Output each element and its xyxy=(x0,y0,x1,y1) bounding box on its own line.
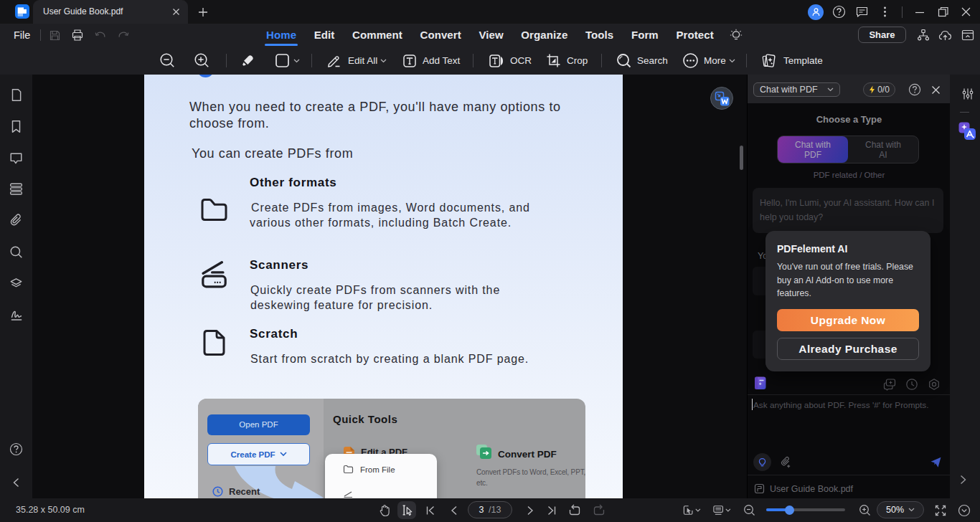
zoom-slider-track[interactable] xyxy=(766,508,845,511)
doc-paragraph-1: When you need to create a PDF, you'll ha… xyxy=(189,99,577,131)
tab-form[interactable]: Form xyxy=(631,24,659,47)
zoom-level-dropdown[interactable]: 50% xyxy=(877,501,924,518)
fullscreen-icon[interactable] xyxy=(933,503,947,517)
rotate-right-icon[interactable] xyxy=(592,503,606,517)
ocr-tool[interactable]: OCR xyxy=(488,47,532,75)
crop-tool[interactable]: Crop xyxy=(545,47,588,75)
last-page-icon[interactable] xyxy=(545,503,558,517)
page-number-box[interactable]: 3 /13 xyxy=(468,501,512,518)
page-view-mode-icon[interactable] xyxy=(712,503,731,517)
tab-protect[interactable]: Protect xyxy=(676,24,713,47)
ai-notebook-icon[interactable] xyxy=(753,375,768,390)
zoom-out-icon[interactable] xyxy=(743,503,756,517)
account-avatar[interactable] xyxy=(808,4,824,20)
titlebar-controls xyxy=(808,0,980,24)
signature-panel-icon[interactable] xyxy=(9,308,24,323)
comments-panel-icon[interactable] xyxy=(9,151,24,166)
highlight-tool[interactable] xyxy=(239,47,256,75)
tab-edit[interactable]: Edit xyxy=(314,24,335,47)
document-tab[interactable]: User Guide Book.pdf xyxy=(33,0,188,24)
selection-mode-icon[interactable] xyxy=(682,503,701,517)
doc-paragraph-2: You can create PDFs from xyxy=(192,146,353,162)
search-tool[interactable]: Search xyxy=(616,47,668,75)
help-icon[interactable] xyxy=(827,0,850,24)
zoom-in-icon[interactable] xyxy=(858,503,872,517)
translate-panel-icon[interactable] xyxy=(957,122,976,141)
more-view-options-icon[interactable] xyxy=(957,503,971,517)
convert-to-word-float-button[interactable] xyxy=(710,87,733,110)
prompt-ideas-icon[interactable] xyxy=(753,453,771,471)
ai-credits-badge[interactable]: 0/0 xyxy=(863,82,895,97)
collapse-panel-icon[interactable] xyxy=(960,475,970,485)
tab-chat-with-pdf[interactable]: Chat with PDF xyxy=(778,136,848,163)
more-tool[interactable]: More xyxy=(682,47,735,75)
doc-heading-scanners: Scanners xyxy=(250,258,308,272)
bookmarks-panel-icon[interactable] xyxy=(9,119,24,134)
edit-all-tool[interactable]: Edit All xyxy=(326,47,387,75)
tab-chat-pdf-line2: PDF xyxy=(804,150,821,160)
feedback-icon[interactable] xyxy=(850,0,873,24)
hand-tool-icon[interactable] xyxy=(378,503,392,517)
zoom-in-tool[interactable] xyxy=(194,47,210,75)
collapse-toolbar-icon[interactable] xyxy=(960,27,976,43)
pdf-page[interactable]: When you need to create a PDF, you'll ha… xyxy=(144,75,623,498)
properties-panel-icon[interactable] xyxy=(961,87,974,100)
next-page-icon[interactable] xyxy=(523,503,537,517)
ocr-label: OCR xyxy=(510,55,532,66)
previous-page-icon[interactable] xyxy=(447,503,461,517)
history-icon[interactable] xyxy=(905,378,918,391)
tips-bulb-icon[interactable] xyxy=(728,27,744,43)
template-tool[interactable]: Template xyxy=(760,47,823,75)
send-message-icon[interactable] xyxy=(930,456,942,468)
print-icon[interactable] xyxy=(69,24,86,47)
tab-close-icon[interactable] xyxy=(170,6,182,18)
zoom-out-tool[interactable] xyxy=(159,47,176,75)
zoom-slider-knob[interactable] xyxy=(785,506,794,515)
chat-context-file[interactable]: User Guide Book.pdf xyxy=(754,483,853,494)
redo-icon[interactable] xyxy=(115,24,132,47)
minimize-button[interactable] xyxy=(908,0,931,24)
tab-view[interactable]: View xyxy=(479,24,503,47)
chat-mode-dropdown[interactable]: Chat with PDF xyxy=(753,82,840,97)
attachments-panel-icon[interactable] xyxy=(9,213,24,228)
already-purchase-button[interactable]: Already Purchase xyxy=(777,338,919,360)
tab-organize[interactable]: Organize xyxy=(521,24,567,47)
collaborate-icon[interactable] xyxy=(915,27,931,43)
restore-button[interactable] xyxy=(931,0,954,24)
more-menu-icon[interactable] xyxy=(873,0,896,24)
from-file-item: From File xyxy=(343,465,395,474)
undo-icon[interactable] xyxy=(92,24,109,47)
vertical-scrollbar[interactable] xyxy=(740,146,743,170)
tab-comment[interactable]: Comment xyxy=(352,24,402,47)
cloud-upload-icon[interactable] xyxy=(937,27,953,43)
tab-tools[interactable]: Tools xyxy=(585,24,613,47)
tab-convert[interactable]: Convert xyxy=(420,24,461,47)
sidebar-help-icon[interactable] xyxy=(9,442,24,457)
add-text-tool[interactable]: Add Text xyxy=(402,47,460,75)
tab-home[interactable]: Home xyxy=(266,24,296,47)
share-button[interactable]: Share xyxy=(858,27,906,43)
pages-panel-icon[interactable] xyxy=(9,181,24,196)
sidebar-collapse-icon[interactable] xyxy=(9,475,24,490)
shape-tool[interactable] xyxy=(274,47,300,75)
document-canvas[interactable]: When you need to create a PDF, you'll ha… xyxy=(32,75,747,498)
ai-help-icon[interactable] xyxy=(908,83,921,96)
upgrade-now-button[interactable]: Upgrade Now xyxy=(777,309,919,331)
new-chat-icon[interactable] xyxy=(883,378,896,391)
file-menu[interactable]: File xyxy=(14,24,30,47)
thumbnails-panel-icon[interactable] xyxy=(9,87,24,103)
save-icon[interactable] xyxy=(46,24,63,47)
select-tool-button[interactable] xyxy=(397,501,416,519)
main-menu: Home Edit Comment Convert View Organize … xyxy=(266,24,714,47)
ai-close-icon[interactable] xyxy=(929,83,942,96)
search-panel-icon[interactable] xyxy=(9,245,24,260)
ai-settings-icon[interactable] xyxy=(928,378,941,391)
attach-file-icon[interactable] xyxy=(779,456,792,469)
first-page-icon[interactable] xyxy=(424,503,438,517)
tab-chat-with-ai[interactable]: Chat with AI xyxy=(848,136,918,163)
rotate-left-icon[interactable] xyxy=(567,503,581,517)
new-tab-button[interactable] xyxy=(197,6,209,19)
chat-input[interactable]: Ask anything about PDF. Press '#' for Pr… xyxy=(753,400,928,410)
close-button[interactable] xyxy=(954,0,977,24)
layers-panel-icon[interactable] xyxy=(9,276,24,291)
